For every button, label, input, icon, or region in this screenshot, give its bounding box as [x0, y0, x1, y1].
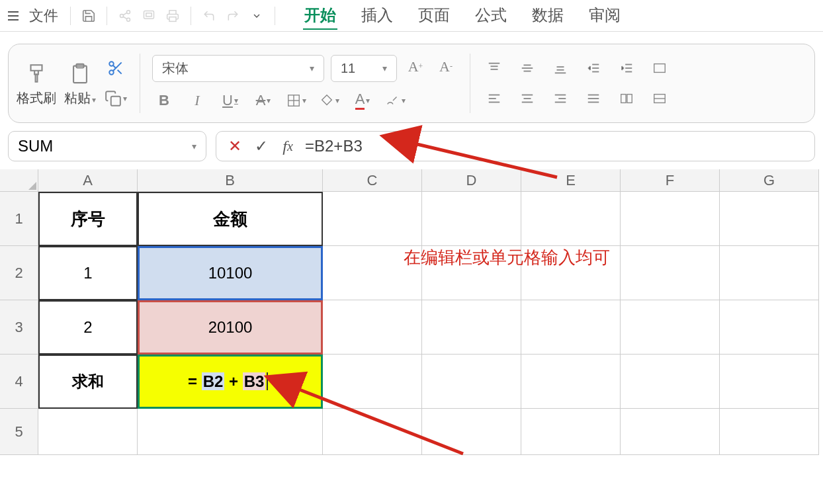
font-size-select[interactable]: 11▾: [331, 55, 397, 82]
formula-input[interactable]: =B2+B3: [305, 137, 363, 155]
svg-rect-7: [169, 17, 176, 21]
bold-icon[interactable]: B: [152, 89, 176, 112]
print-icon[interactable]: [163, 6, 183, 26]
cell[interactable]: [720, 409, 819, 455]
row-header[interactable]: 1: [0, 192, 38, 246]
cell[interactable]: [720, 246, 819, 300]
merge-icon[interactable]: [648, 87, 671, 110]
align-top-icon[interactable]: [482, 56, 506, 80]
file-menu[interactable]: 文件: [25, 6, 62, 26]
tab-home[interactable]: 开始: [303, 2, 337, 30]
fill-color-icon[interactable]: ▾: [318, 89, 341, 112]
select-all-corner[interactable]: [0, 169, 38, 192]
cell[interactable]: [621, 409, 720, 455]
name-box-value: SUM: [18, 137, 53, 155]
align-bottom-icon[interactable]: [548, 56, 572, 80]
align-center-icon[interactable]: [515, 87, 539, 110]
redo-icon[interactable]: [223, 6, 243, 26]
cell[interactable]: 2: [38, 300, 138, 355]
justify-icon[interactable]: [582, 87, 605, 110]
wrap-text-icon[interactable]: [615, 87, 638, 110]
divider: [70, 7, 71, 25]
row-header[interactable]: 4: [0, 355, 38, 409]
tab-data[interactable]: 数据: [531, 2, 565, 30]
svg-rect-5: [144, 11, 154, 19]
ribbon-tabs: 开始 插入 页面 公式 数据 审阅: [303, 2, 622, 30]
arrow-top: [405, 138, 564, 187]
paste-label: 粘贴▾: [64, 89, 96, 107]
svg-rect-34: [654, 64, 666, 73]
row-header[interactable]: 3: [0, 300, 38, 355]
expand-icon[interactable]: [648, 56, 671, 80]
cell[interactable]: [521, 300, 621, 355]
align-right-icon[interactable]: [548, 87, 572, 110]
format-painter-button[interactable]: 格式刷: [17, 60, 56, 107]
italic-icon[interactable]: I: [185, 89, 209, 112]
cell[interactable]: 1: [38, 246, 138, 300]
cell[interactable]: 金额: [138, 192, 323, 246]
column-header[interactable]: B: [138, 169, 323, 192]
svg-point-2: [127, 18, 130, 21]
tab-page[interactable]: 页面: [417, 2, 451, 30]
cell[interactable]: [720, 300, 819, 355]
cell[interactable]: [521, 355, 621, 409]
row-header[interactable]: 5: [0, 409, 38, 455]
svg-line-3: [123, 17, 127, 19]
name-box[interactable]: SUM ▾: [8, 131, 206, 161]
cell[interactable]: [323, 192, 422, 246]
tab-review[interactable]: 审阅: [587, 2, 622, 30]
align-left-icon[interactable]: [482, 87, 506, 110]
svg-point-11: [109, 70, 114, 75]
cell[interactable]: [521, 409, 621, 455]
cell[interactable]: [323, 300, 422, 355]
undo-icon[interactable]: [199, 6, 219, 26]
column-header[interactable]: A: [38, 169, 138, 192]
svg-rect-47: [621, 95, 626, 103]
svg-rect-6: [146, 13, 152, 16]
underline-icon[interactable]: U▾: [218, 89, 242, 112]
cell[interactable]: [621, 192, 720, 246]
paste-button[interactable]: 粘贴▾: [64, 60, 96, 107]
cell[interactable]: 序号: [38, 192, 138, 246]
cell[interactable]: 10100: [138, 246, 323, 300]
cell[interactable]: [621, 355, 720, 409]
dropdown-icon[interactable]: [247, 6, 267, 26]
column-header[interactable]: G: [720, 169, 819, 192]
confirm-formula-icon[interactable]: ✓: [252, 137, 271, 155]
save-icon[interactable]: [79, 6, 99, 26]
tab-formula[interactable]: 公式: [474, 2, 508, 30]
cut-icon[interactable]: [104, 56, 128, 80]
tab-insert[interactable]: 插入: [360, 2, 394, 30]
cell[interactable]: [38, 409, 138, 455]
increase-font-icon[interactable]: A+: [404, 55, 427, 79]
font-color-icon[interactable]: A▾: [351, 89, 374, 112]
cancel-formula-icon[interactable]: ✕: [226, 137, 244, 155]
strikethrough-icon[interactable]: A▾: [251, 89, 275, 112]
font-name-select[interactable]: 宋体▾: [152, 55, 324, 82]
cell[interactable]: [621, 300, 720, 355]
fx-icon[interactable]: fx: [279, 137, 297, 155]
divider: [191, 7, 191, 25]
cell[interactable]: [720, 192, 819, 246]
cell[interactable]: [422, 300, 521, 355]
decrease-font-icon[interactable]: A-: [434, 55, 458, 79]
chevron-down-icon: ▾: [192, 141, 196, 151]
decrease-indent-icon[interactable]: [582, 56, 605, 80]
cell[interactable]: 求和: [38, 355, 138, 409]
hamburger-icon[interactable]: [5, 9, 21, 23]
clear-format-icon[interactable]: ▾: [384, 89, 408, 112]
cell[interactable]: 20100: [138, 300, 323, 355]
cell[interactable]: [720, 355, 819, 409]
cell[interactable]: [521, 192, 621, 246]
cell[interactable]: [621, 246, 720, 300]
column-header[interactable]: F: [621, 169, 720, 192]
borders-icon[interactable]: ▾: [284, 89, 308, 112]
increase-indent-icon[interactable]: [615, 56, 638, 80]
print-preview-icon[interactable]: [139, 6, 159, 26]
align-middle-icon[interactable]: [515, 56, 539, 80]
copy-icon[interactable]: ▾: [104, 87, 128, 110]
row-header[interactable]: 2: [0, 246, 38, 300]
svg-line-53: [412, 143, 557, 177]
cell[interactable]: [422, 192, 521, 246]
share-icon[interactable]: [115, 6, 135, 26]
